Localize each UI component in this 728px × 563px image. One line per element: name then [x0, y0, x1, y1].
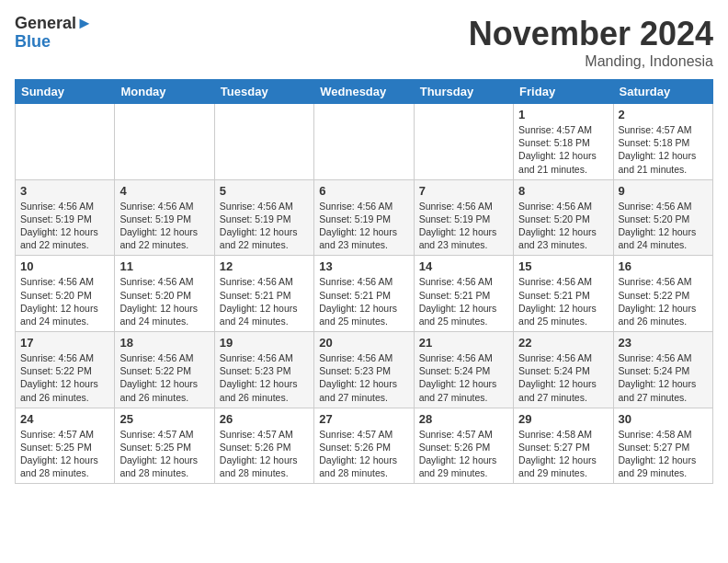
day-info: Sunrise: 4:56 AMSunset: 5:20 PMDaylight:…	[518, 200, 608, 252]
calendar-cell: 24Sunrise: 4:57 AMSunset: 5:25 PMDayligh…	[16, 408, 115, 484]
calendar-cell: 10Sunrise: 4:56 AMSunset: 5:20 PMDayligh…	[16, 256, 115, 332]
day-info: Sunrise: 4:56 AMSunset: 5:21 PMDaylight:…	[319, 275, 408, 327]
day-info: Sunrise: 4:56 AMSunset: 5:20 PMDaylight:…	[119, 275, 209, 327]
calendar-cell: 18Sunrise: 4:56 AMSunset: 5:22 PMDayligh…	[115, 332, 214, 408]
day-info: Sunrise: 4:56 AMSunset: 5:24 PMDaylight:…	[619, 351, 708, 404]
day-number: 17	[20, 336, 109, 350]
calendar-cell	[115, 104, 214, 180]
calendar-cell: 11Sunrise: 4:56 AMSunset: 5:20 PMDayligh…	[115, 256, 214, 332]
day-info: Sunrise: 4:57 AMSunset: 5:26 PMDaylight:…	[319, 428, 408, 480]
day-number: 29	[518, 412, 608, 426]
calendar-cell: 23Sunrise: 4:56 AMSunset: 5:24 PMDayligh…	[613, 332, 712, 408]
calendar-cell: 26Sunrise: 4:57 AMSunset: 5:26 PMDayligh…	[214, 408, 313, 484]
calendar-cell: 13Sunrise: 4:56 AMSunset: 5:21 PMDayligh…	[314, 256, 414, 332]
calendar-cell: 30Sunrise: 4:58 AMSunset: 5:27 PMDayligh…	[613, 408, 712, 484]
logo-general: General	[15, 14, 76, 32]
day-number: 27	[319, 412, 408, 426]
calendar-cell: 6Sunrise: 4:56 AMSunset: 5:19 PMDaylight…	[314, 179, 414, 256]
calendar-cell: 4Sunrise: 4:56 AMSunset: 5:19 PMDaylight…	[115, 179, 214, 256]
calendar-cell: 19Sunrise: 4:56 AMSunset: 5:23 PMDayligh…	[214, 332, 313, 408]
weekday-header-thursday: Thursday	[414, 80, 513, 104]
day-number: 21	[419, 336, 508, 350]
day-info: Sunrise: 4:57 AMSunset: 5:25 PMDaylight:…	[20, 428, 109, 480]
logo-blue: Blue	[15, 33, 93, 52]
weekday-header-wednesday: Wednesday	[314, 80, 414, 104]
month-title: November 2024	[469, 15, 713, 53]
day-info: Sunrise: 4:57 AMSunset: 5:25 PMDaylight:…	[119, 428, 209, 480]
weekday-header-saturday: Saturday	[613, 80, 712, 104]
calendar-cell	[214, 104, 313, 180]
day-number: 6	[319, 184, 408, 198]
title-block: November 2024 Manding, Indonesia	[469, 15, 713, 70]
calendar-cell: 25Sunrise: 4:57 AMSunset: 5:25 PMDayligh…	[115, 408, 214, 484]
day-info: Sunrise: 4:58 AMSunset: 5:27 PMDaylight:…	[619, 428, 708, 480]
day-info: Sunrise: 4:56 AMSunset: 5:22 PMDaylight:…	[619, 275, 708, 327]
day-number: 24	[20, 412, 109, 426]
calendar-cell: 3Sunrise: 4:56 AMSunset: 5:19 PMDaylight…	[16, 179, 115, 256]
day-number: 1	[518, 108, 608, 121]
day-number: 5	[220, 184, 309, 198]
calendar-cell: 7Sunrise: 4:56 AMSunset: 5:19 PMDaylight…	[414, 179, 513, 256]
day-info: Sunrise: 4:57 AMSunset: 5:18 PMDaylight:…	[518, 123, 608, 176]
day-number: 10	[20, 259, 109, 273]
day-number: 16	[619, 259, 708, 273]
page-header: General► Blue November 2024 Manding, Ind…	[15, 15, 713, 70]
day-number: 2	[619, 108, 708, 121]
day-number: 3	[20, 184, 109, 198]
calendar-cell: 8Sunrise: 4:56 AMSunset: 5:20 PMDaylight…	[514, 179, 613, 256]
day-info: Sunrise: 4:56 AMSunset: 5:24 PMDaylight:…	[419, 351, 508, 404]
calendar-week-3: 10Sunrise: 4:56 AMSunset: 5:20 PMDayligh…	[16, 256, 713, 332]
day-info: Sunrise: 4:56 AMSunset: 5:22 PMDaylight:…	[119, 351, 209, 404]
day-number: 13	[319, 259, 408, 273]
calendar-week-4: 17Sunrise: 4:56 AMSunset: 5:22 PMDayligh…	[16, 332, 713, 408]
day-number: 30	[619, 412, 708, 426]
calendar-cell: 15Sunrise: 4:56 AMSunset: 5:21 PMDayligh…	[514, 256, 613, 332]
calendar-cell	[414, 104, 513, 180]
calendar-cell	[16, 104, 115, 180]
day-number: 4	[119, 184, 209, 198]
day-info: Sunrise: 4:57 AMSunset: 5:26 PMDaylight:…	[220, 428, 309, 480]
calendar-cell: 21Sunrise: 4:56 AMSunset: 5:24 PMDayligh…	[414, 332, 513, 408]
calendar-cell: 27Sunrise: 4:57 AMSunset: 5:26 PMDayligh…	[314, 408, 414, 484]
day-number: 7	[419, 184, 508, 198]
calendar-cell: 12Sunrise: 4:56 AMSunset: 5:21 PMDayligh…	[214, 256, 313, 332]
day-number: 14	[419, 259, 508, 273]
day-number: 8	[518, 184, 608, 198]
day-info: Sunrise: 4:56 AMSunset: 5:20 PMDaylight:…	[20, 275, 109, 327]
weekday-header-tuesday: Tuesday	[214, 80, 313, 104]
calendar-header-row: SundayMondayTuesdayWednesdayThursdayFrid…	[16, 80, 713, 104]
day-number: 20	[319, 336, 408, 350]
day-info: Sunrise: 4:57 AMSunset: 5:18 PMDaylight:…	[619, 123, 708, 176]
weekday-header-friday: Friday	[514, 80, 613, 104]
logo: General► Blue	[15, 15, 93, 52]
calendar-week-5: 24Sunrise: 4:57 AMSunset: 5:25 PMDayligh…	[16, 408, 713, 484]
calendar-cell: 29Sunrise: 4:58 AMSunset: 5:27 PMDayligh…	[514, 408, 613, 484]
weekday-header-sunday: Sunday	[16, 80, 115, 104]
day-number: 9	[619, 184, 708, 198]
calendar-cell: 2Sunrise: 4:57 AMSunset: 5:18 PMDaylight…	[613, 104, 712, 180]
day-info: Sunrise: 4:56 AMSunset: 5:19 PMDaylight:…	[419, 200, 508, 252]
day-number: 15	[518, 259, 608, 273]
day-number: 12	[220, 259, 309, 273]
day-info: Sunrise: 4:56 AMSunset: 5:22 PMDaylight:…	[20, 351, 109, 404]
day-info: Sunrise: 4:56 AMSunset: 5:19 PMDaylight:…	[20, 200, 109, 252]
calendar-cell: 22Sunrise: 4:56 AMSunset: 5:24 PMDayligh…	[514, 332, 613, 408]
calendar-cell: 28Sunrise: 4:57 AMSunset: 5:26 PMDayligh…	[414, 408, 513, 484]
calendar-cell: 9Sunrise: 4:56 AMSunset: 5:20 PMDaylight…	[613, 179, 712, 256]
calendar-week-1: 1Sunrise: 4:57 AMSunset: 5:18 PMDaylight…	[16, 104, 713, 180]
day-number: 18	[119, 336, 209, 350]
calendar-cell: 5Sunrise: 4:56 AMSunset: 5:19 PMDaylight…	[214, 179, 313, 256]
day-info: Sunrise: 4:56 AMSunset: 5:24 PMDaylight:…	[518, 351, 608, 404]
logo-text: General► Blue	[15, 15, 93, 52]
day-info: Sunrise: 4:56 AMSunset: 5:21 PMDaylight:…	[220, 275, 309, 327]
day-number: 28	[419, 412, 508, 426]
calendar-cell: 20Sunrise: 4:56 AMSunset: 5:23 PMDayligh…	[314, 332, 414, 408]
day-info: Sunrise: 4:56 AMSunset: 5:19 PMDaylight:…	[220, 200, 309, 252]
logo-icon: ►	[76, 14, 93, 32]
day-info: Sunrise: 4:57 AMSunset: 5:26 PMDaylight:…	[419, 428, 508, 480]
calendar-cell	[314, 104, 414, 180]
day-number: 23	[619, 336, 708, 350]
calendar-table: SundayMondayTuesdayWednesdayThursdayFrid…	[15, 79, 713, 484]
day-info: Sunrise: 4:56 AMSunset: 5:23 PMDaylight:…	[220, 351, 309, 404]
day-number: 26	[220, 412, 309, 426]
